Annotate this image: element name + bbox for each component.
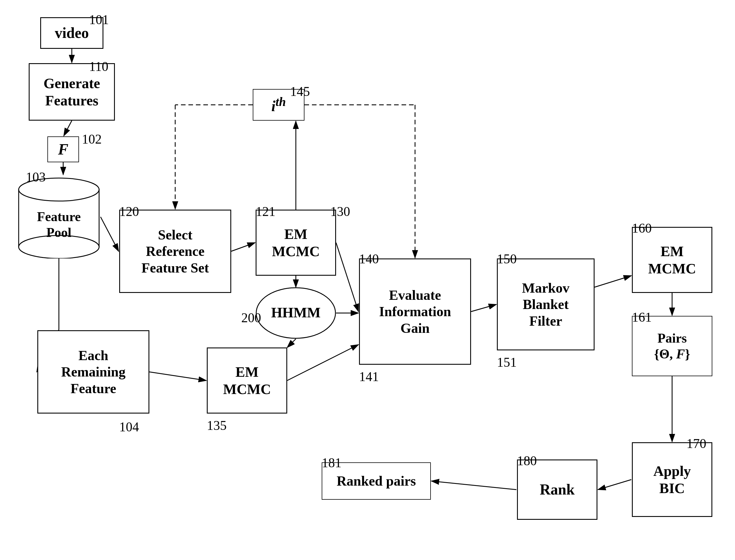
label-135: 135 xyxy=(207,418,227,433)
svg-line-5 xyxy=(101,217,119,251)
f-label: F xyxy=(58,140,68,159)
svg-line-18 xyxy=(149,372,206,381)
svg-line-12 xyxy=(471,304,496,312)
rank-box: Rank xyxy=(517,459,597,520)
svg-line-17 xyxy=(431,481,516,490)
video-label: video xyxy=(55,24,89,42)
label-101: 101 xyxy=(89,12,109,27)
pairs-label: Pairs{Θ, F} xyxy=(654,330,690,362)
feature-pool: Feature Pool xyxy=(17,175,101,258)
label-161: 161 xyxy=(632,310,652,325)
label-141: 141 xyxy=(359,369,379,384)
svg-line-13 xyxy=(595,276,631,287)
f-box: F xyxy=(47,136,79,162)
pairs-box: Pairs{Θ, F} xyxy=(632,316,712,376)
em-mcmc-top-label: EMMCMC xyxy=(272,225,320,260)
svg-line-9 xyxy=(336,243,358,312)
svg-line-16 xyxy=(598,480,631,490)
label-145: 145 xyxy=(290,84,310,99)
label-103: 103 xyxy=(26,169,46,185)
each-remaining-box: EachRemainingFeature xyxy=(37,330,149,414)
ranked-pairs-label: Ranked pairs xyxy=(337,473,416,489)
diagram: video GenerateFeatures F Feature Pool Se… xyxy=(0,0,735,560)
evaluate-ig-box: EvaluateInformationGain xyxy=(359,258,471,365)
label-110: 110 xyxy=(89,59,108,74)
select-ref-label: SelectReferenceFeature Set xyxy=(141,227,209,276)
svg-text:Pool: Pool xyxy=(47,225,72,240)
svg-line-8 xyxy=(231,243,255,251)
markov-blanket-box: MarkovBlanketFilter xyxy=(497,258,595,350)
label-170: 170 xyxy=(686,436,706,451)
label-121: 121 xyxy=(256,204,275,219)
label-160: 160 xyxy=(632,221,652,236)
label-181: 181 xyxy=(322,455,342,470)
hhmm-ellipse: HHMM xyxy=(256,287,336,339)
label-102: 102 xyxy=(82,132,102,147)
em-mcmc-top-box: EMMCMC xyxy=(256,210,336,276)
em-mcmc-right-label: EMMCMC xyxy=(648,243,696,277)
em-mcmc-bottom-label: EMMCMC xyxy=(223,363,271,398)
each-remaining-label: EachRemainingFeature xyxy=(61,347,126,397)
em-mcmc-right-box: EMMCMC xyxy=(632,227,712,293)
label-150: 150 xyxy=(497,251,517,267)
label-104: 104 xyxy=(119,419,139,435)
em-mcmc-bottom-box: EMMCMC xyxy=(207,347,287,414)
select-ref-box: SelectReferenceFeature Set xyxy=(119,210,231,293)
markov-blanket-label: MarkovBlanketFilter xyxy=(522,280,569,329)
svg-line-11 xyxy=(287,345,358,381)
label-151: 151 xyxy=(497,355,517,370)
svg-line-20 xyxy=(287,339,296,347)
apply-bic-label: ApplyBIC xyxy=(653,462,691,497)
svg-text:Feature: Feature xyxy=(37,209,81,224)
rank-label: Rank xyxy=(540,481,574,499)
label-140: 140 xyxy=(359,251,379,267)
apply-bic-box: ApplyBIC xyxy=(632,442,712,517)
svg-line-3 xyxy=(64,121,72,136)
generate-features-label: GenerateFeatures xyxy=(43,75,100,109)
label-200: 200 xyxy=(241,310,261,325)
evaluate-ig-label: EvaluateInformationGain xyxy=(379,287,451,337)
label-120: 120 xyxy=(119,204,139,219)
label-130: 130 xyxy=(330,204,350,219)
ith-label: ith xyxy=(271,94,286,115)
svg-text:HHMM: HHMM xyxy=(271,304,321,320)
label-180: 180 xyxy=(517,453,537,468)
